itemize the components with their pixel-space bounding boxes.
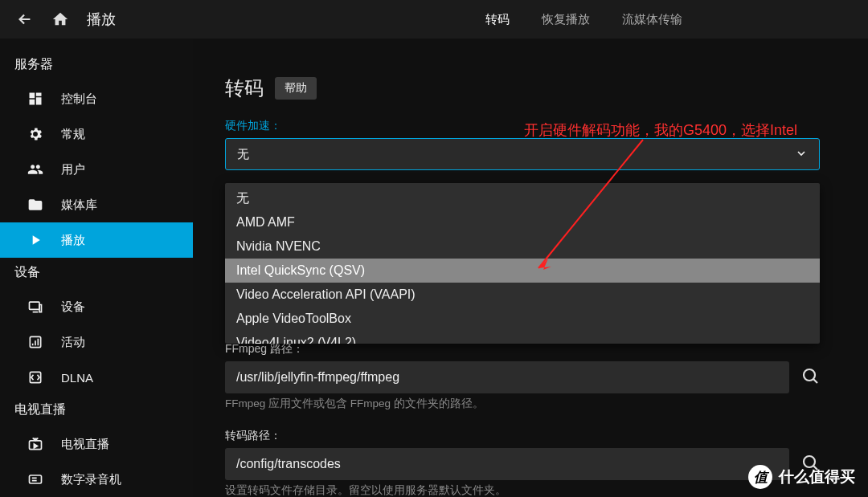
sidebar-item-livetv[interactable]: 电视直播 bbox=[0, 426, 193, 462]
option-nvidia-nvenc[interactable]: Nvidia NVENC bbox=[225, 234, 820, 259]
ffmpeg-label: FFmpeg 路径： bbox=[225, 342, 820, 356]
sidebar-item-library[interactable]: 媒体库 bbox=[0, 187, 193, 222]
gear-icon bbox=[27, 126, 45, 142]
sidebar-item-dvr[interactable]: 数字录音机 bbox=[0, 462, 193, 497]
folder-icon bbox=[27, 197, 45, 213]
svg-rect-0 bbox=[30, 302, 40, 309]
sidebar-item-label: 用户 bbox=[61, 162, 85, 177]
chevron-down-icon bbox=[795, 147, 808, 162]
tv-icon bbox=[27, 436, 45, 452]
sidebar-item-label: 播放 bbox=[61, 233, 85, 248]
sidebar-item-label: 控制台 bbox=[61, 92, 97, 107]
sidebar-item-users[interactable]: 用户 bbox=[0, 152, 193, 187]
sidebar-item-label: 媒体库 bbox=[61, 198, 97, 213]
devices-icon bbox=[27, 299, 45, 315]
watermark: 值 什么值得买 bbox=[748, 465, 855, 489]
home-icon[interactable] bbox=[51, 10, 69, 28]
option-vaapi[interactable]: Video Acceleration API (VAAPI) bbox=[225, 283, 820, 307]
sidebar-item-dashboard[interactable]: 控制台 bbox=[0, 81, 193, 116]
sidebar-item-general[interactable]: 常规 bbox=[0, 116, 193, 152]
sidebar: 服务器 控制台 常规 用户 媒体库 播放 设备 设备 活动 DLNA 电视直播 … bbox=[0, 39, 193, 497]
sidebar-item-dlna[interactable]: DLNA bbox=[0, 360, 193, 395]
sidebar-item-label: 电视直播 bbox=[61, 437, 109, 452]
sidebar-item-label: 数字录音机 bbox=[61, 472, 121, 487]
dvr-icon bbox=[27, 471, 45, 487]
sidebar-item-activity[interactable]: 活动 bbox=[0, 324, 193, 360]
search-icon[interactable] bbox=[800, 366, 820, 389]
transcode-path-input[interactable] bbox=[225, 448, 789, 480]
hw-accel-value: 无 bbox=[237, 147, 249, 162]
dashboard-icon bbox=[27, 91, 45, 107]
tab-transcode[interactable]: 转码 bbox=[485, 12, 510, 27]
sidebar-section-server: 服务器 bbox=[0, 50, 193, 81]
watermark-badge: 值 bbox=[748, 465, 772, 489]
option-v4l2[interactable]: Video4Linux2 (V4L2) bbox=[225, 331, 820, 344]
dlna-icon bbox=[27, 369, 45, 385]
ffmpeg-path-input[interactable] bbox=[225, 361, 789, 393]
sidebar-item-label: 活动 bbox=[61, 335, 85, 350]
hw-accel-dropdown[interactable]: 无 AMD AMF Nvidia NVENC Intel QuickSync (… bbox=[225, 183, 820, 344]
transcode-hint: 设置转码文件存储目录。留空以使用服务器默认文件夹。 bbox=[225, 483, 820, 497]
sidebar-section-livetv: 电视直播 bbox=[0, 395, 193, 426]
svg-rect-4 bbox=[30, 475, 42, 483]
ffmpeg-hint: FFmpeg 应用文件或包含 FFmpeg 的文件夹的路径。 bbox=[225, 397, 820, 411]
option-none[interactable]: 无 bbox=[225, 186, 820, 210]
hw-accel-select[interactable]: 无 bbox=[225, 138, 820, 170]
back-icon[interactable] bbox=[16, 10, 34, 28]
watermark-text: 什么值得买 bbox=[779, 466, 855, 487]
tab-streaming[interactable]: 流媒体传输 bbox=[622, 12, 682, 27]
play-icon bbox=[27, 232, 45, 248]
option-apple-vtb[interactable]: Apple VideoToolBox bbox=[225, 307, 820, 331]
sidebar-item-label: DLNA bbox=[61, 371, 93, 385]
activity-icon bbox=[27, 334, 45, 350]
annotation-text: 开启硬件解码功能，我的G5400，选择Intel bbox=[524, 120, 797, 140]
sidebar-item-devices[interactable]: 设备 bbox=[0, 289, 193, 324]
help-button[interactable]: 帮助 bbox=[275, 77, 317, 100]
page-title: 播放 bbox=[87, 10, 116, 29]
section-heading: 转码 bbox=[225, 75, 264, 101]
transcode-label: 转码路径： bbox=[225, 429, 820, 443]
tab-resume[interactable]: 恢复播放 bbox=[542, 12, 590, 27]
users-icon bbox=[27, 161, 45, 177]
sidebar-item-label: 常规 bbox=[61, 127, 85, 142]
top-bar: 播放 转码 恢复播放 流媒体传输 bbox=[0, 0, 868, 39]
top-tabs: 转码 恢复播放 流媒体传输 bbox=[485, 12, 682, 27]
sidebar-item-playback[interactable]: 播放 bbox=[0, 222, 193, 258]
option-intel-qsv[interactable]: Intel QuickSync (QSV) bbox=[225, 259, 820, 283]
svg-point-7 bbox=[804, 369, 815, 381]
option-amd-amf[interactable]: AMD AMF bbox=[225, 210, 820, 234]
main-content: 转码 帮助 硬件加速： 无 开启硬件解码功能，我的G5400，选择Intel 无… bbox=[193, 39, 868, 497]
sidebar-section-devices: 设备 bbox=[0, 258, 193, 289]
sidebar-item-label: 设备 bbox=[61, 299, 85, 315]
